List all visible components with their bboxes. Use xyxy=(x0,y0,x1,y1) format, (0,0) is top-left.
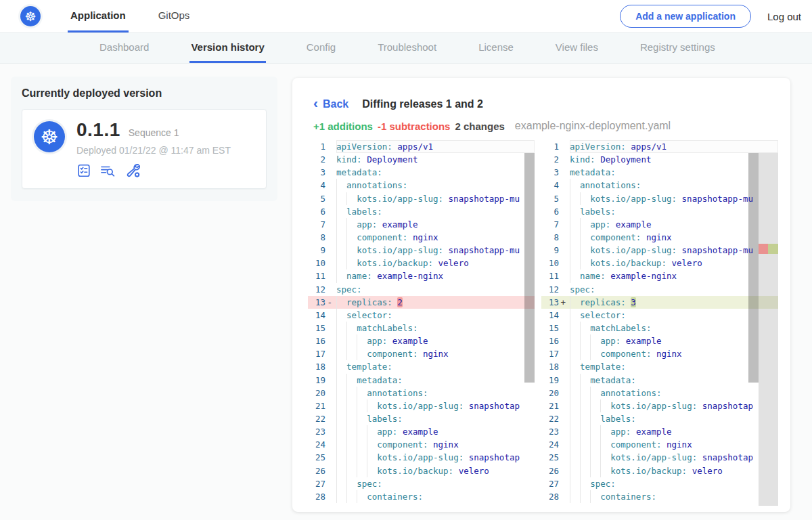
diff-marker xyxy=(559,179,566,192)
diff-marker xyxy=(559,257,566,269)
line-number: 24 xyxy=(308,438,325,451)
logout-link[interactable]: Log out xyxy=(767,11,801,22)
subnav-tab-troubleshoot[interactable]: Troubleshoot xyxy=(376,32,438,63)
diff-line: 13- replicas: 2 xyxy=(308,296,535,309)
diff-marker xyxy=(559,218,566,231)
preflight-checklist-icon[interactable] xyxy=(76,163,91,178)
currently-deployed-card: Currently deployed version ☸ 0.1.1 Seque… xyxy=(11,77,277,201)
diff-line: 10 kots.io/backup: velero xyxy=(541,257,778,269)
diff-marker xyxy=(559,412,566,425)
diff-marker xyxy=(559,231,566,244)
diff-line: 6 labels: xyxy=(541,205,778,218)
diff-card: ‹ Back Diffing releases 1 and 2 +1 addit… xyxy=(292,78,790,512)
diff-marker xyxy=(325,387,332,399)
version-label: 0.1.1 xyxy=(76,119,120,141)
line-number: 2 xyxy=(308,153,325,166)
line-number: 1 xyxy=(541,140,559,153)
diff-editor-left[interactable]: 1apiVersion: apps/v12kind: Deployment3me… xyxy=(308,140,535,506)
subnav-tab-registry-settings[interactable]: Registry settings xyxy=(639,32,717,63)
changes-count: 2 changes xyxy=(455,121,504,132)
diff-line: 14 selector: xyxy=(308,309,535,322)
line-number: 13 xyxy=(541,296,559,309)
diff-line: 26 kots.io/backup: velero xyxy=(541,464,778,477)
diff-marker xyxy=(559,490,566,503)
line-number: 25 xyxy=(541,451,559,464)
subnav-tabs: DashboardVersion historyConfigTroublesho… xyxy=(98,32,717,63)
back-button[interactable]: ‹ Back xyxy=(313,97,348,111)
diff-marker xyxy=(559,309,566,322)
diff-marker xyxy=(559,438,566,451)
diff-line: 21 kots.io/app-slug: snapshotap xyxy=(308,399,535,412)
line-number: 24 xyxy=(541,438,559,451)
diff-marker xyxy=(325,477,332,490)
diff-line: 5 kots.io/app-slug: snapshotapp-mu xyxy=(541,192,778,205)
subnav-tab-version-history[interactable]: Version history xyxy=(189,32,265,63)
diff-line: 11 name: example-nginx xyxy=(541,269,778,282)
topnav-tab-gitops[interactable]: GitOps xyxy=(156,0,193,32)
diff-marker xyxy=(325,374,332,387)
diff-line: 8 component: nginx xyxy=(308,231,535,244)
line-number: 2 xyxy=(541,153,559,166)
diff-line: 1apiVersion: apps/v1 xyxy=(541,140,778,153)
topnav-tab-application[interactable]: Application xyxy=(68,0,129,32)
diff-marker xyxy=(325,412,332,425)
line-number: 20 xyxy=(308,387,325,399)
diff-editors: 1apiVersion: apps/v12kind: Deployment3me… xyxy=(308,140,778,506)
line-number: 17 xyxy=(308,347,325,360)
diff-marker xyxy=(325,451,332,464)
subnav-tab-license[interactable]: License xyxy=(477,32,515,63)
line-number: 9 xyxy=(308,244,325,257)
diff-marker xyxy=(325,283,332,296)
deployed-version-tile: ☸ 0.1.1 Sequence 1 Deployed 01/21/22 @ 1… xyxy=(22,109,267,189)
diff-marker xyxy=(325,399,332,412)
topnav-right: Add a new application Log out xyxy=(620,5,801,28)
view-logs-icon[interactable] xyxy=(99,163,117,178)
diff-line: 23 app: example xyxy=(308,425,535,438)
line-number: 8 xyxy=(308,231,325,244)
diff-line: 5 kots.io/app-slug: snapshotapp-mu xyxy=(308,192,535,205)
diff-marker xyxy=(325,205,332,218)
diff-line: 24 component: nginx xyxy=(308,438,535,451)
diff-line: 19 metadata: xyxy=(541,374,778,387)
diff-marker xyxy=(325,218,332,231)
diff-line: 22 labels: xyxy=(541,412,778,425)
diff-marker xyxy=(325,464,332,477)
subtractions-count: -1 subtractions xyxy=(378,121,451,132)
diff-marker xyxy=(559,166,566,179)
add-new-application-button[interactable]: Add a new application xyxy=(620,5,751,28)
deployed-timestamp: Deployed 01/21/22 @ 11:47 am EST xyxy=(76,145,231,156)
diff-marker xyxy=(325,322,332,334)
line-number: 3 xyxy=(541,166,559,179)
diff-line: 9 kots.io/app-slug: snapshotapp-mu xyxy=(541,244,778,257)
line-number: 19 xyxy=(308,374,325,387)
line-number: 16 xyxy=(308,334,325,347)
kubernetes-logo-icon: ☸ xyxy=(20,6,41,26)
diff-marker xyxy=(559,244,566,257)
line-number: 21 xyxy=(308,399,325,412)
diff-line: 27 spec: xyxy=(541,477,778,490)
subnav-tab-dashboard[interactable]: Dashboard xyxy=(98,32,150,63)
back-chevron-icon: ‹ xyxy=(313,95,318,110)
line-number: 4 xyxy=(541,179,559,192)
line-number: 8 xyxy=(541,231,559,244)
diff-marker xyxy=(325,244,332,257)
diff-marker: + xyxy=(559,296,566,309)
diff-line: 11 name: example-nginx xyxy=(308,269,535,282)
line-number: 18 xyxy=(541,360,559,373)
line-number: 7 xyxy=(541,218,559,231)
diff-line: 25 kots.io/app-slug: snapshotap xyxy=(308,451,535,464)
diff-line: 18 template: xyxy=(541,360,778,373)
diff-line: 10 kots.io/backup: velero xyxy=(308,257,535,269)
diff-marker xyxy=(325,231,332,244)
line-number: 9 xyxy=(541,244,559,257)
subnav-tab-view-files[interactable]: View files xyxy=(554,32,600,63)
diff-line: 9 kots.io/app-slug: snapshotapp-mu xyxy=(308,244,535,257)
diff-marker xyxy=(325,269,332,282)
edit-config-icon[interactable] xyxy=(125,162,141,179)
diff-marker xyxy=(559,334,566,347)
diff-filename: example-nginx-deployment.yaml xyxy=(515,120,671,132)
diff-marker xyxy=(559,322,566,334)
subnav-tab-config[interactable]: Config xyxy=(305,32,337,63)
back-label: Back xyxy=(323,98,348,110)
diff-editor-right[interactable]: 1apiVersion: apps/v12kind: Deployment3me… xyxy=(541,140,778,506)
